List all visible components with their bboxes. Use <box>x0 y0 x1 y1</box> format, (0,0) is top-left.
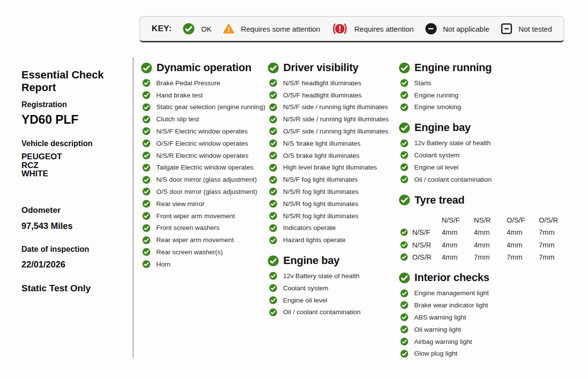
check-item-label: Rear screen washer(s) <box>157 248 223 256</box>
check-item: Tailgate Electric window operates <box>141 162 267 174</box>
tyre-tread-value: 7mm <box>539 227 571 239</box>
inspection-date-label: Date of inspection <box>21 245 133 254</box>
check-item-label: Front screen washers <box>157 224 220 231</box>
tyre-tread-value: 7mm <box>539 251 571 263</box>
check-item-label: Coolant system <box>414 151 460 159</box>
ok-icon <box>142 103 151 112</box>
check-item-label: Engine running <box>414 92 459 99</box>
ok-icon <box>400 301 409 309</box>
ok-icon <box>400 91 409 99</box>
ok-icon <box>268 255 279 266</box>
ok-icon <box>269 91 277 99</box>
ok-icon <box>268 62 279 74</box>
ok-icon <box>183 23 195 35</box>
ok-icon <box>269 115 277 124</box>
check-item: Horn <box>141 258 267 270</box>
check-item: Coolant system <box>268 282 398 294</box>
check-item: Oil / coolant contamination <box>268 306 398 319</box>
check-item: Brake Pedal Pressure <box>141 77 267 89</box>
check-item: O/S/F side / running light illuminates <box>268 125 398 137</box>
ok-icon <box>142 115 151 124</box>
ok-icon <box>142 224 151 232</box>
section-title: Engine running <box>414 61 492 74</box>
ok-icon <box>399 62 410 74</box>
check-item-label: Indicators operate <box>283 224 336 231</box>
check-item-label: N/S/F headlight illuminates <box>283 79 362 87</box>
vehicle-colour: WHITE <box>21 170 133 178</box>
key-item-not-applicable: Not applicable <box>425 23 490 35</box>
check-item-label: ABS warning light <box>414 314 467 321</box>
section-heading: Interior checks <box>399 268 568 287</box>
ok-icon <box>269 212 277 220</box>
check-item: Airbag warning light <box>399 336 568 348</box>
check-item-label: Horn <box>157 261 171 268</box>
check-item-label: Front wiper arm movement <box>157 212 235 220</box>
ok-icon <box>400 151 409 159</box>
check-item: O/S door mirror (glass adjustment) <box>141 186 267 198</box>
vehicle-model: RCZ <box>21 161 133 170</box>
check-item-label: N/S door mirror (glass adjustment) <box>157 176 257 183</box>
ok-icon <box>400 350 409 358</box>
vehicle-description-value: PEUGEOT RCZ WHITE <box>21 152 133 178</box>
check-item: N/S/R side / running light illuminates <box>268 113 398 125</box>
ok-icon <box>269 139 277 148</box>
check-item: N/S door mirror (glass adjustment) <box>141 173 267 186</box>
check-item: N/S/F headlight illuminates <box>268 77 398 89</box>
check-item-label: N/S/F side / running light illuminates <box>283 103 388 111</box>
section-dynamic-operation: Dynamic operationBrake Pedal PressureHan… <box>141 58 267 270</box>
check-item-label: Glow plug light <box>414 350 458 357</box>
alert-icon <box>332 23 348 35</box>
ok-icon <box>400 175 409 184</box>
section-heading: Engine bay <box>399 118 568 137</box>
check-item: Engine running <box>399 89 568 101</box>
ok-icon <box>269 188 277 196</box>
ok-icon <box>400 289 409 298</box>
check-item-label: O/S/F side / running light illuminates <box>283 128 389 135</box>
key-item-label: OK <box>201 25 212 33</box>
vehicle-make: PEUGEOT <box>21 152 133 161</box>
ok-icon <box>142 164 151 172</box>
check-item: Front screen washers <box>141 222 267 234</box>
ok-icon <box>400 139 409 148</box>
ok-icon <box>269 127 277 135</box>
check-item-label: N/S/F Electric window operates <box>157 128 248 135</box>
section-title: Engine bay <box>414 121 470 134</box>
check-item-label: Engine oil level <box>414 164 459 171</box>
tyre-tread-value: 7mm <box>539 239 571 251</box>
ok-icon <box>400 79 409 87</box>
check-item: 12v Battery state of health <box>399 137 568 149</box>
registration-label: Registration <box>21 100 133 109</box>
check-item-label: O/S door mirror (glass adjustment) <box>157 188 257 195</box>
check-item: Rear wiper arm movement <box>141 234 267 246</box>
ok-icon <box>400 228 408 236</box>
check-item: O/S brake light illuminates <box>268 150 398 162</box>
ok-icon <box>400 325 409 334</box>
check-item: N/S/R Electric window operates <box>141 150 267 162</box>
check-item: Engine management light <box>399 287 568 299</box>
check-item-label: N/S/R Electric window operates <box>157 152 249 159</box>
ok-icon <box>269 200 277 208</box>
section-engine-bay: Engine bay12v Battery state of healthCoo… <box>268 251 398 318</box>
section-title: Dynamic operation <box>157 61 252 74</box>
ok-icon <box>400 241 408 249</box>
ok-icon <box>142 79 151 87</box>
section-title: Interior checks <box>414 271 490 284</box>
key-item-label: Requires attention <box>354 25 414 33</box>
tyre-position-label: O/S/R <box>412 253 431 261</box>
key-item-label: Not tested <box>519 25 552 33</box>
check-item-label: Brake wear indicator light <box>414 302 489 309</box>
ok-icon <box>269 164 277 172</box>
tyre-table-col-header: O/S/R <box>539 214 571 227</box>
check-item: Rear view mirror <box>141 198 267 210</box>
ok-icon <box>269 272 277 280</box>
check-item: O/S/F headlight illuminates <box>268 89 398 101</box>
ok-icon <box>269 284 277 292</box>
section-heading: Driver visibility <box>268 58 398 77</box>
tyre-tread-value: 7mm <box>507 251 539 263</box>
check-item: N/S/R fog light illuminates <box>268 198 398 210</box>
section-heading: Engine running <box>399 58 568 77</box>
tyre-table-row-label: O/S/R <box>399 251 442 263</box>
check-item-label: Hazard lights operate <box>283 236 346 244</box>
key-item-label: Not applicable <box>443 25 490 33</box>
vertical-divider <box>133 57 134 358</box>
